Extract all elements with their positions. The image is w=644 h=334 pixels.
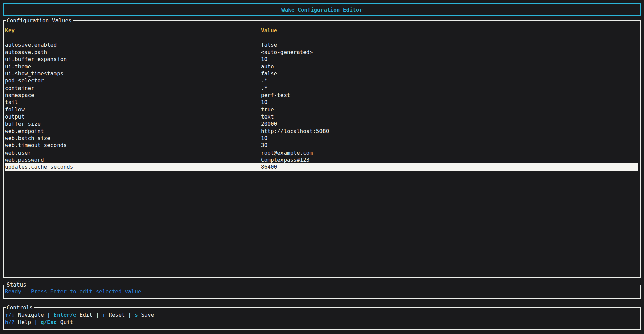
config-table: Key Value autosave.enabledfalseautosave.… [4,21,640,171]
config-row[interactable]: autosave.enabledfalse [5,41,640,48]
config-value: http://localhost:5080 [261,128,640,135]
config-row[interactable]: namespaceperf-test [5,92,640,99]
config-key: updates.cache_seconds [5,163,261,170]
key-column-header: Key [5,27,261,34]
controls-text: Edit | [76,312,102,318]
title-bar: Wake Configuration Editor [3,3,641,16]
controls-text: Navigate | [15,312,54,318]
key-hint: q/Esc [41,319,57,325]
controls-panel: Controls ↑/↓ Navigate | Enter/e Edit | r… [3,307,641,330]
config-value: Complexpass#123 [261,156,640,163]
config-row[interactable]: outputtext [5,113,640,120]
config-value: auto [261,63,640,70]
config-key: web.password [5,156,261,163]
config-rows: autosave.enabledfalseautosave.path<auto-… [5,41,640,171]
config-value: root@example.com [261,149,640,156]
status-body: Ready — Press Enter to edit selected val… [4,285,640,295]
blank-line [5,34,640,41]
config-value: true [261,106,640,113]
config-panel-title: Configuration Values [6,17,73,24]
config-value: 10 [261,135,640,142]
config-key: namespace [5,92,261,99]
controls-line: ↑/↓ Navigate | Enter/e Edit | r Reset | … [5,311,640,319]
config-value: 10 [261,99,640,106]
config-value: 86400 [261,163,638,170]
config-row[interactable]: web.userroot@example.com [5,149,640,156]
config-row[interactable]: autosave.path<auto-generated> [5,48,640,56]
config-row[interactable]: web.timeout_seconds30 [5,142,640,149]
config-key: buffer_size [5,120,261,127]
config-value: 10 [261,56,640,63]
config-row[interactable]: ui.show_timestampsfalse [5,70,640,77]
controls-text: Save [138,312,154,318]
config-key: ui.buffer_expansion [5,56,261,63]
config-key: tail [5,99,261,106]
key-hint: r [102,312,106,318]
config-value: .* [261,85,640,92]
config-value: <auto-generated> [261,48,640,56]
status-text: Ready — Press Enter to edit selected val… [5,288,141,295]
config-row[interactable]: tail10 [5,99,640,106]
table-header-row: Key Value [5,27,640,34]
config-row[interactable]: web.batch_size10 [5,135,640,142]
config-key: web.batch_size [5,135,261,142]
config-key: output [5,113,261,120]
config-row[interactable]: web.passwordComplexpass#123 [5,156,640,163]
config-value: false [261,70,640,77]
config-key: ui.theme [5,63,261,70]
config-value: false [261,41,640,48]
controls-body: ↑/↓ Navigate | Enter/e Edit | r Reset | … [4,308,640,326]
config-panel: Configuration Values Key Value autosave.… [3,20,641,278]
config-key: autosave.enabled [5,41,261,48]
controls-line: h/? Help | q/Esc Quit [5,319,640,326]
key-hint: h/? [5,319,15,325]
config-value: text [261,113,640,120]
config-key: web.timeout_seconds [5,142,261,149]
config-key: autosave.path [5,48,261,56]
config-row-selected[interactable]: updates.cache_seconds86400 [5,163,638,170]
status-panel-title: Status [6,281,27,288]
controls-panel-title: Controls [6,304,34,311]
config-value: perf-test [261,92,640,99]
config-key: container [5,85,261,92]
controls-text: Help | [15,319,41,325]
config-value: 30 [261,142,640,149]
controls-text: Reset | [106,312,135,318]
config-row[interactable]: ui.buffer_expansion10 [5,56,640,63]
config-key: web.user [5,149,261,156]
controls-text: Quit [57,319,73,325]
config-key: ui.show_timestamps [5,70,261,77]
config-key: follow [5,106,261,113]
status-panel: Status Ready — Press Enter to edit selec… [3,285,641,299]
app-title: Wake Configuration Editor [281,7,363,13]
terminal-screen: Wake Configuration Editor Configuration … [3,3,641,330]
config-row[interactable]: ui.themeauto [5,63,640,70]
key-hint: s [135,312,138,318]
config-row[interactable]: pod_selector.* [5,77,640,84]
config-key: web.endpoint [5,128,261,135]
value-column-header: Value [261,27,640,34]
config-row[interactable]: buffer_size20000 [5,120,640,127]
config-row[interactable]: web.endpointhttp://localhost:5080 [5,128,640,135]
config-value: .* [261,77,640,84]
config-row[interactable]: followtrue [5,106,640,113]
config-value: 20000 [261,120,640,127]
config-row[interactable]: container.* [5,85,640,92]
key-hint: ↑/↓ [5,312,15,318]
key-hint: Enter/e [54,312,76,318]
config-key: pod_selector [5,77,261,84]
